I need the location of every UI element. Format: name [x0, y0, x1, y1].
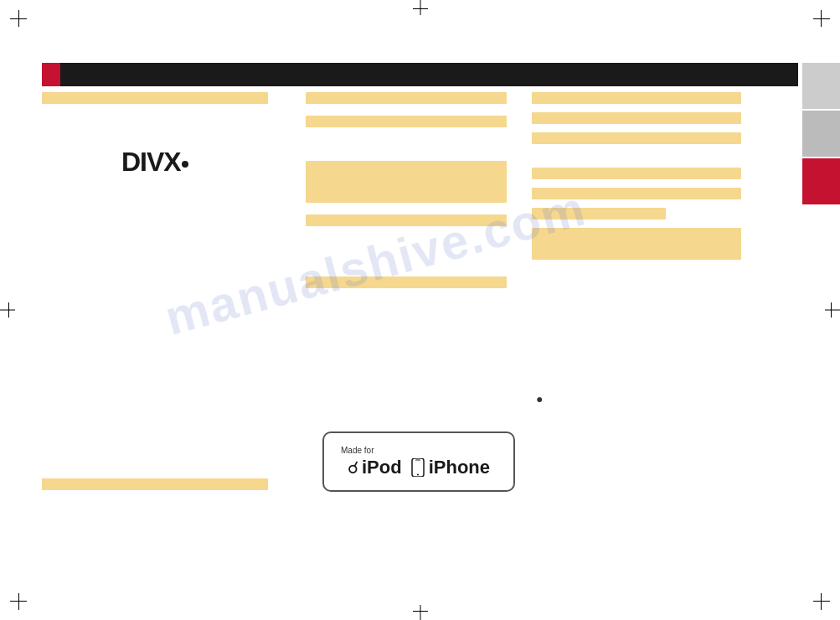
ipod-label: iPod	[362, 457, 402, 478]
right-block	[532, 228, 741, 260]
iphone-label: iPhone	[429, 457, 490, 478]
divx-dot	[182, 161, 188, 168]
divx-logo: DIVX	[121, 147, 188, 178]
mid-bar-3	[306, 214, 507, 226]
right-bar-1	[532, 92, 741, 104]
crosshair-bottom-h	[413, 611, 428, 612]
mid-block	[306, 161, 507, 203]
left-column	[42, 92, 285, 196]
crosshair-top-v	[420, 0, 420, 15]
corner-mark-br	[805, 585, 830, 610]
corner-mark-tl	[10, 10, 35, 35]
corner-mark-bl	[10, 585, 35, 610]
right-bar-6	[532, 208, 666, 220]
sidebar-tab-1[interactable]	[802, 63, 840, 109]
crosshair-top-h	[413, 8, 428, 9]
svg-point-2	[417, 473, 419, 475]
top-bar	[42, 63, 798, 86]
right-bar-5	[532, 188, 741, 199]
crosshair-right-v	[831, 302, 832, 318]
right-bar-4	[532, 168, 741, 179]
crosshair-bottom-v	[420, 605, 420, 620]
crosshair-left-h	[0, 310, 15, 311]
bottom-left-bar	[42, 478, 268, 490]
mid-bar-1	[306, 92, 507, 104]
sidebar-tab-3[interactable]	[802, 158, 840, 204]
bullet-point: ●	[536, 392, 543, 406]
divx-text: DIVX	[121, 147, 181, 177]
crosshair-left-v	[8, 302, 9, 318]
top-bar-red-accent	[42, 63, 60, 86]
iphone-icon: iPhone	[410, 457, 490, 478]
mid-bar-4	[306, 276, 507, 288]
right-bar-2	[532, 112, 741, 124]
sidebar-tab-2[interactable]	[802, 111, 840, 157]
badge-made-for-label: Made for	[341, 446, 374, 455]
right-bar-3	[532, 132, 741, 144]
crosshair-right-h	[825, 310, 840, 311]
iphone-symbol-icon	[410, 458, 425, 477]
ipod-symbol-icon: ☌	[348, 457, 358, 478]
right-sidebar	[802, 63, 840, 204]
left-bar-1	[42, 92, 268, 104]
corner-mark-tr	[805, 10, 830, 35]
badge-icons-row: ☌ iPod iPhone	[348, 457, 490, 478]
svg-rect-1	[415, 459, 420, 460]
ipod-icon: ☌ iPod	[348, 457, 402, 478]
middle-column	[306, 92, 519, 288]
mid-bar-2	[306, 116, 507, 127]
made-for-badge: Made for ☌ iPod iPhone	[322, 431, 515, 492]
right-column	[532, 92, 758, 260]
